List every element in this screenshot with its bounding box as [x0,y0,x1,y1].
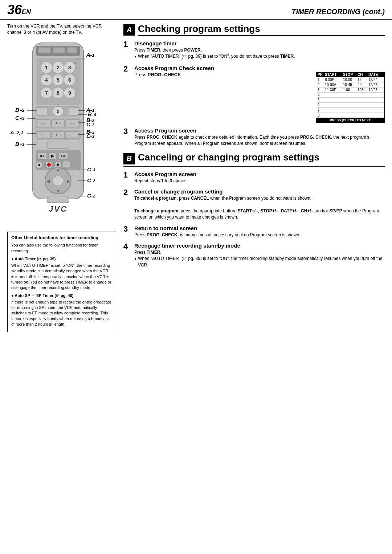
info-box-intro: You can also use the following functions… [11,243,112,254]
svg-rect-3 [53,47,65,53]
svg-text:+ −: + − [55,133,61,137]
table-row: 3 11:30P 1:00 125 12/25 [316,87,384,92]
step-b3-title: Return to normal screen [134,225,385,231]
svg-text:6: 6 [68,77,71,83]
info-item-1-title: ● Auto Timer (☞ pg. 39) [11,256,112,262]
step-b2: 2 Cancel or change program setting To ca… [123,188,385,221]
svg-rect-29 [69,107,79,115]
section-b-badge: B [123,153,135,164]
step-b1-title: Access Program screen [134,171,385,177]
svg-rect-12 [74,62,77,64]
svg-text:9: 9 [68,90,71,96]
svg-text:+ −: + − [41,133,46,137]
section-b-heading: B Canceling or changing program settings [123,152,385,167]
prog-table-header: PR START STOP CH DATE [316,72,384,77]
step-a1-num: 1 [123,40,131,61]
page-number: 36EN [7,2,31,17]
section-b-title: Canceling or changing program settings [138,152,385,163]
remote-illustration: 1 2 3 4 5 6 7 8 [7,39,116,228]
svg-text:–3: –3 [90,123,94,127]
svg-point-55 [47,163,51,167]
svg-text:+ −: + − [70,133,75,137]
prog-check-area: Press PROG. CHECK. PR START STOP CH DATE [134,72,385,123]
svg-text:–1: –1 [90,53,94,57]
svg-text:■: ■ [38,163,40,167]
info-item-1-body: When “AUTO TIMER” is set to “ON”, the ti… [11,263,112,291]
svg-text:▶: ▶ [67,179,70,184]
svg-text:2: 2 [57,65,60,70]
table-row: 6 [316,102,384,107]
svg-text:⏸: ⏸ [56,163,60,167]
step-b4-num: 4 [123,243,131,269]
info-box: Other Useful functions for timer recordi… [7,232,116,332]
program-table: PR START STOP CH DATE 1 8:00P 10:00 12 [316,72,385,123]
svg-text:–2: –2 [91,194,95,198]
info-item-2-title: ● Auto SP → EP Timer (☞ pg. 40) [11,293,112,299]
svg-text:–3: –3 [90,134,94,139]
step-a2-title: Access Program Check screen [134,65,385,71]
svg-text:–2, 3: –2, 3 [15,131,23,135]
section-a-heading: A Checking program settings [123,23,385,36]
svg-text:+ −: + − [55,121,61,125]
step-a1-bullet: When "AUTO TIMER" (☞ pg. 39) is set to "… [134,53,385,60]
svg-text:–2: –2 [90,130,94,134]
remote-svg: 1 2 3 4 5 6 7 8 [7,39,116,228]
page-title: TIMER RECORDING (cont.) [291,8,385,16]
svg-text:⏮: ⏮ [40,154,44,158]
svg-text:5: 5 [57,77,60,83]
svg-text:3: 3 [68,65,71,70]
step-a1-body: Press TIMER, then press POWER. When "AUT… [134,47,385,60]
step-a1: 1 Disengage timer Press TIMER, then pres… [123,40,385,61]
svg-text:8: 8 [57,90,60,96]
svg-rect-4 [67,47,77,53]
main-content: Turn on the VCR and the TV, and select t… [0,20,392,336]
svg-text:1: 1 [45,65,48,70]
step-a3-title: Access Program screen [134,127,385,134]
svg-text:B: B [15,141,19,147]
svg-rect-44 [47,142,69,148]
step-a1-bullet-text: When "AUTO TIMER" (☞ pg. 39) is set to "… [138,53,295,60]
prog-check-text: Press PROG. CHECK. [134,72,311,77]
svg-text:–3: –3 [91,168,95,172]
step-b3: 3 Return to normal screen Press PROG. CH… [123,225,385,238]
right-column: A Checking program settings 1 Disengage … [123,23,385,332]
svg-text:C: C [15,115,20,121]
step-b1-num: 1 [123,171,131,184]
svg-text:–2: –2 [20,108,24,113]
svg-text:II: II [65,163,67,166]
table-row: 5 [316,97,384,102]
svg-text:B: B [15,107,19,113]
svg-text:⏭: ⏭ [61,154,65,158]
step-a3-body: Press PROG. CHECK again to check more de… [134,134,385,147]
svg-rect-66 [47,196,69,203]
svg-text:A: A [10,129,14,135]
svg-text:+ −: + − [41,121,46,125]
prog-table-footer: PRESS (CHECK) TO NEXT [316,118,384,123]
table-row: 2 10:00A 10:45 40 12/25 [316,82,384,87]
svg-text:–2: –2 [91,179,95,183]
step-b2-num: 2 [123,188,131,221]
step-b4: 4 Reengage timer recording standby mode … [123,243,385,269]
step-b3-num: 3 [123,225,131,238]
step-a3: 3 Access Program screen Press PROG. CHEC… [123,127,385,147]
page-header: 36EN TIMER RECORDING (cont.) [0,0,392,20]
step-b3-body: Press PROG. CHECK as many times as neces… [134,232,385,238]
svg-point-61 [53,176,63,186]
step-b2-title: Cancel or change program setting [134,188,385,195]
svg-text:–3: –3 [20,116,24,121]
svg-text:▶: ▶ [51,154,54,158]
svg-text:0: 0 [57,109,60,114]
svg-text:▲: ▲ [56,167,60,172]
left-column: Turn on the VCR and the TV, and select t… [7,23,116,332]
intro-text: Turn on the VCR and the TV, and select t… [7,23,116,36]
svg-text:4: 4 [45,77,48,83]
step-b4-body: Press TIMER. When "AUTO TIMER" (☞ pg. 39… [134,249,385,268]
step-a1-title: Disengage timer [134,40,385,46]
step-b4-title: Reengage timer recording standby mode [134,243,385,249]
svg-rect-2 [38,47,51,53]
svg-text:B: B [88,111,92,117]
section-a-title: Checking program settings [138,23,385,36]
step-b4-bullet: When "AUTO TIMER" (☞ pg. 39) is set to "… [134,256,385,268]
step-b4-bullet-text: When "AUTO TIMER" (☞ pg. 39) is set to "… [138,256,385,268]
svg-text:+ −: + − [70,121,75,125]
